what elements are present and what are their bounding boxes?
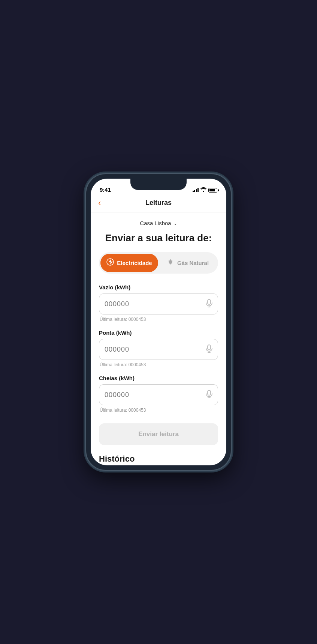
tab-gas-natural-label: Gás Natural	[177, 260, 209, 266]
submit-button[interactable]: Enviar leitura	[99, 423, 218, 445]
field-ponta-input[interactable]	[105, 346, 206, 354]
svg-rect-1	[208, 299, 211, 304]
location-name: Casa Lisboa	[140, 220, 171, 226]
toggle-tabs: Electricidade Gás Natural	[99, 252, 218, 274]
status-time: 9:41	[100, 187, 111, 193]
tab-gas-natural[interactable]: Gás Natural	[159, 254, 217, 272]
last-reading-cheias: Última leitura: 0000453	[99, 408, 218, 413]
tab-electricidade-label: Electricidade	[117, 260, 152, 266]
status-icons	[193, 187, 218, 193]
flame-icon	[167, 258, 174, 268]
page-title: Leituras	[145, 199, 172, 207]
chevron-down-icon: ⌄	[173, 221, 177, 226]
field-ponta-wrapper	[99, 339, 218, 360]
historico-title: Histórico	[99, 454, 218, 464]
main-content: Casa Lisboa ⌄ Enviar a sua leitura de: E…	[91, 212, 226, 465]
wifi-icon	[200, 187, 206, 193]
lightning-icon	[106, 258, 114, 268]
field-cheias-input[interactable]	[105, 391, 206, 399]
field-ponta-label: Ponta (kWh)	[99, 330, 218, 336]
last-reading-ponta: Última leitura: 0000453	[99, 362, 218, 367]
back-button[interactable]: ‹	[98, 199, 101, 207]
location-selector[interactable]: Casa Lisboa ⌄	[99, 220, 218, 226]
signal-icon	[193, 188, 199, 192]
header: ‹ Leituras	[91, 195, 226, 212]
svg-rect-7	[208, 390, 211, 395]
battery-icon	[208, 188, 217, 193]
field-vazio-input[interactable]	[105, 300, 206, 308]
field-cheias: Cheias (kWh) Última leitura: 0000453	[99, 375, 218, 413]
field-vazio-label: Vazio (kWh)	[99, 284, 218, 290]
svg-rect-4	[208, 345, 211, 350]
field-vazio: Vazio (kWh) Última leitura: 0000453	[99, 284, 218, 322]
field-vazio-wrapper	[99, 293, 218, 314]
mic-icon-vazio[interactable]	[206, 299, 212, 309]
tab-electricidade[interactable]: Electricidade	[100, 254, 158, 272]
main-heading: Enviar a sua leitura de:	[99, 232, 218, 244]
field-cheias-wrapper	[99, 384, 218, 405]
mic-icon-cheias[interactable]	[206, 390, 212, 400]
last-reading-vazio: Última leitura: 0000453	[99, 317, 218, 322]
field-ponta: Ponta (kWh) Última leitura: 0000453	[99, 330, 218, 367]
mic-icon-ponta[interactable]	[206, 345, 212, 355]
field-cheias-label: Cheias (kWh)	[99, 375, 218, 381]
